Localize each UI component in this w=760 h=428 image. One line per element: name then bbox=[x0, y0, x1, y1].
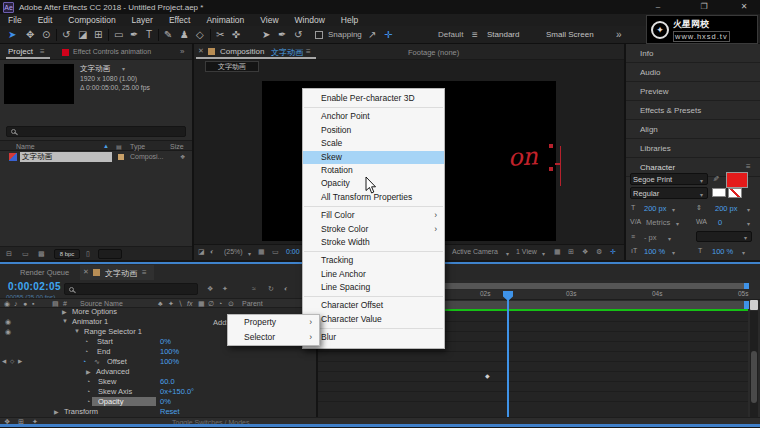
workspace-default[interactable]: Default bbox=[438, 28, 463, 42]
interpret-footage-icon[interactable]: ⊟ bbox=[6, 250, 12, 258]
timeline-vscrollbar[interactable] bbox=[750, 311, 758, 417]
expand-icon[interactable]: ↗ bbox=[368, 28, 376, 42]
snapshot-icon[interactable]: ◪ bbox=[198, 248, 205, 256]
row-label[interactable]: More Options bbox=[72, 307, 117, 316]
font-family-chevron-icon[interactable]: ▾ bbox=[700, 177, 703, 184]
comp-name-chevron-icon[interactable]: ▾ bbox=[122, 65, 125, 72]
selection-tool-icon[interactable]: ➤ bbox=[8, 28, 16, 42]
new-composition-icon[interactable]: ▩ bbox=[38, 250, 45, 258]
pixel-aspect-icon[interactable]: ⊞ bbox=[568, 248, 574, 256]
snapping-label[interactable]: Snapping bbox=[328, 28, 362, 42]
stroke-width-chevron-icon[interactable]: ▾ bbox=[668, 235, 671, 242]
no-stroke-swatch[interactable] bbox=[728, 188, 742, 198]
pen-tool-icon[interactable]: ✒ bbox=[130, 28, 138, 42]
item-label-swatch[interactable] bbox=[118, 154, 124, 160]
menu-item-position[interactable]: Position bbox=[303, 124, 444, 137]
view-layout-icon[interactable]: ▦ bbox=[554, 248, 561, 256]
stopwatch-icon[interactable]: ◔ bbox=[84, 348, 88, 355]
twirl-icon[interactable]: ▶ bbox=[54, 408, 59, 415]
timeline-hscrollbar[interactable] bbox=[0, 424, 760, 427]
panel-header-audio[interactable]: Audio bbox=[626, 63, 760, 82]
snapping-checkbox[interactable] bbox=[315, 31, 323, 39]
tab-project[interactable]: Project bbox=[8, 47, 33, 56]
stamp-tool-icon[interactable]: ♟ bbox=[180, 28, 189, 42]
fx-switch-icon[interactable]: fx bbox=[187, 300, 192, 307]
submenu-item-property[interactable]: Property› bbox=[228, 315, 319, 330]
camera-chevron-icon[interactable]: ▾ bbox=[506, 250, 509, 257]
eye-icon[interactable]: ◉ bbox=[5, 318, 11, 326]
puppet-tool-icon[interactable]: ✜ bbox=[232, 28, 240, 42]
timeline-tab-comp-name[interactable]: 文字动画 bbox=[105, 268, 137, 279]
row-value[interactable]: 0x+150.0° bbox=[160, 387, 194, 396]
menu-view[interactable]: View bbox=[252, 15, 286, 25]
panel-header-info[interactable]: Info bbox=[626, 44, 760, 63]
row-label[interactable]: Start bbox=[97, 337, 113, 346]
rotate-tool-icon[interactable]: ↺ bbox=[62, 28, 70, 42]
stopwatch-icon[interactable]: ◔ bbox=[86, 378, 90, 385]
fill-color-swatch[interactable] bbox=[726, 172, 748, 188]
menu-item-character-offset[interactable]: Character Offset bbox=[303, 299, 444, 312]
row-label[interactable]: Transform bbox=[64, 407, 98, 416]
exposure-icon[interactable]: ⚙ bbox=[596, 248, 602, 256]
row-label[interactable]: Animator 1 bbox=[72, 317, 108, 326]
row-label[interactable]: Skew bbox=[98, 377, 116, 386]
project-search-input[interactable] bbox=[6, 126, 186, 137]
menu-window[interactable]: Window bbox=[287, 15, 333, 25]
project-item-name[interactable]: 文字动画 bbox=[20, 152, 112, 162]
stopwatch-active-icon[interactable]: ◔ bbox=[82, 358, 86, 365]
row-label-selected[interactable]: Opacity bbox=[92, 397, 156, 406]
row-value[interactable]: 0% bbox=[160, 337, 171, 346]
submenu-item-selector[interactable]: Selector› bbox=[228, 330, 319, 345]
trash-icon[interactable]: ▯ bbox=[86, 250, 90, 258]
menu-item-scale[interactable]: Scale bbox=[303, 137, 444, 150]
playhead-line[interactable] bbox=[507, 292, 509, 417]
tab-composition-label[interactable]: Composition bbox=[220, 47, 264, 56]
keyframe-diamond-icon[interactable]: ◆ bbox=[485, 372, 490, 379]
leading-value[interactable]: 200 px bbox=[715, 204, 738, 213]
tab-effect-controls[interactable]: Effect Controls animation bbox=[73, 48, 151, 55]
reset-exposure-icon[interactable]: ✛ bbox=[610, 248, 616, 256]
menu-layer[interactable]: Layer bbox=[124, 15, 161, 25]
row-label[interactable]: Skew Axis bbox=[98, 387, 132, 396]
project-item-row[interactable]: 文字动画 Composi... ❖ bbox=[0, 152, 192, 163]
parent-column[interactable]: Parent bbox=[242, 300, 263, 307]
zoom-chevron-icon[interactable]: ▾ bbox=[248, 250, 251, 257]
live-update-icon[interactable]: ↻ bbox=[268, 285, 274, 293]
kerning-chevron-icon[interactable]: ▾ bbox=[676, 220, 679, 227]
viewer-tab[interactable]: 文字动画 bbox=[205, 61, 259, 72]
view-chevron-icon[interactable]: ▾ bbox=[542, 250, 545, 257]
row-advanced[interactable]: ▶ Advanced bbox=[0, 367, 316, 377]
panel-header-effects-presets[interactable]: Effects & Presets bbox=[626, 101, 760, 120]
row-value[interactable]: 60.0 bbox=[160, 377, 175, 386]
timeline-vscrollbar-thumb[interactable] bbox=[751, 351, 757, 403]
panel-header-align[interactable]: Align bbox=[626, 120, 760, 139]
minimize-button[interactable]: – bbox=[644, 0, 672, 14]
number-column[interactable]: # bbox=[63, 300, 67, 307]
character-panel-menu-icon[interactable]: ≡ bbox=[746, 162, 751, 171]
menu-item-character-value[interactable]: Character Value bbox=[303, 313, 444, 326]
timeline-tab-close-icon[interactable]: ✕ bbox=[83, 268, 89, 276]
audio-column-icon[interactable]: ♪ bbox=[14, 300, 18, 307]
vertical-scale-chevron-icon[interactable]: ▾ bbox=[672, 249, 675, 256]
stroke-style-chevron-icon[interactable]: ▾ bbox=[744, 234, 747, 241]
tracking-value[interactable]: 0 bbox=[718, 218, 722, 227]
project-tabs-overflow-icon[interactable]: » bbox=[180, 47, 184, 56]
tab-footage[interactable]: Footage (none) bbox=[408, 48, 459, 57]
solo-column-icon[interactable]: ● bbox=[23, 300, 27, 307]
row-transform[interactable]: ▶ Transform Reset bbox=[0, 407, 316, 417]
project-comp-name[interactable]: 文字动画 bbox=[80, 64, 110, 74]
horizontal-scale-value[interactable]: 100 % bbox=[712, 247, 733, 256]
stroke-width-value[interactable]: - px bbox=[644, 233, 657, 242]
camera-select[interactable]: Active Camera bbox=[452, 248, 498, 255]
twirl-icon[interactable]: ▶ bbox=[86, 368, 91, 375]
menu-help[interactable]: Help bbox=[333, 15, 366, 25]
panel-header-preview[interactable]: Preview bbox=[626, 82, 760, 101]
row-offset[interactable]: ◀ ◇ ▶ ◔ ∿ Offset 100% bbox=[0, 357, 316, 367]
eraser-tool-icon[interactable]: ◇ bbox=[196, 28, 204, 42]
tab-close-icon[interactable]: ✕ bbox=[198, 47, 204, 55]
adjustment-switch-icon[interactable]: ◔ bbox=[218, 300, 222, 307]
stroke-color-swatch[interactable] bbox=[712, 188, 726, 197]
keyframe-nav-diamond-icon[interactable]: ◇ bbox=[10, 358, 14, 364]
workspace-standard[interactable]: Standard bbox=[487, 28, 519, 42]
close-button[interactable]: ✕ bbox=[730, 0, 758, 14]
